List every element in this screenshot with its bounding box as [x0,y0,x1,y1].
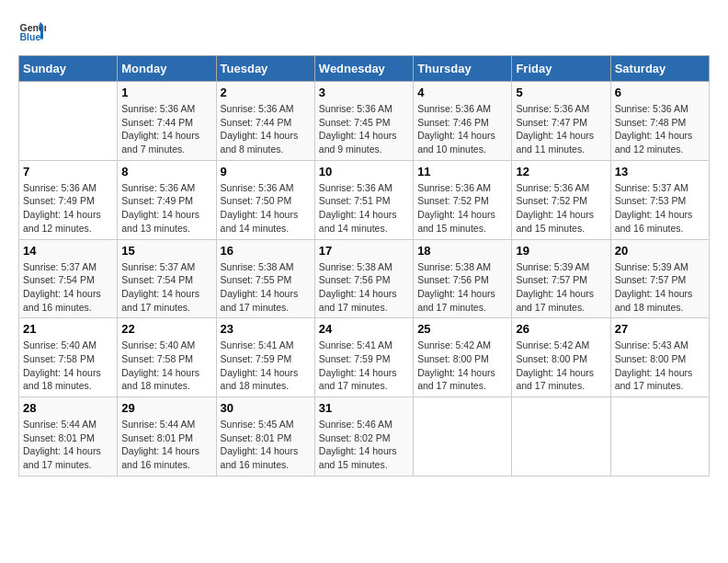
day-number: 31 [319,401,409,415]
day-number: 6 [615,86,705,99]
weekday-header-wednesday: Wednesday [314,56,413,82]
calendar-cell: 9Sunrise: 5:36 AMSunset: 7:50 PMDaylight… [216,160,314,239]
calendar-cell: 12Sunrise: 5:36 AMSunset: 7:52 PMDayligh… [512,160,610,239]
calendar-cell: 3Sunrise: 5:36 AMSunset: 7:45 PMDaylight… [314,82,413,161]
day-number: 4 [417,86,507,99]
day-number: 25 [417,322,507,336]
calendar-cell [414,397,512,477]
weekday-header-tuesday: Tuesday [216,56,314,82]
day-number: 23 [221,322,311,336]
calendar-cell [512,397,610,477]
day-number: 7 [23,165,113,178]
calendar-cell: 1Sunrise: 5:36 AMSunset: 7:44 PMDaylight… [118,82,216,161]
calendar-week-row: 28Sunrise: 5:44 AMSunset: 8:01 PMDayligh… [19,397,710,477]
day-info: Sunrise: 5:38 AMSunset: 7:56 PMDaylight:… [319,260,409,315]
weekday-header-friday: Friday [512,56,610,82]
calendar-cell: 20Sunrise: 5:39 AMSunset: 7:57 PMDayligh… [610,239,709,318]
calendar-cell: 10Sunrise: 5:36 AMSunset: 7:51 PMDayligh… [314,160,413,239]
calendar-cell: 11Sunrise: 5:36 AMSunset: 7:52 PMDayligh… [414,160,512,239]
day-info: Sunrise: 5:46 AMSunset: 8:02 PMDaylight:… [319,418,409,472]
day-info: Sunrise: 5:36 AMSunset: 7:52 PMDaylight:… [417,181,507,236]
logo-icon: General Blue [18,18,46,46]
day-number: 16 [221,244,311,258]
day-info: Sunrise: 5:41 AMSunset: 7:59 PMDaylight:… [221,339,311,393]
day-info: Sunrise: 5:36 AMSunset: 7:44 PMDaylight:… [121,102,211,156]
day-number: 14 [23,244,113,258]
calendar-cell: 28Sunrise: 5:44 AMSunset: 8:01 PMDayligh… [19,397,118,477]
day-info: Sunrise: 5:36 AMSunset: 7:45 PMDaylight:… [319,102,409,156]
day-number: 10 [319,165,409,178]
weekday-header-saturday: Saturday [610,56,709,82]
calendar-cell [19,82,118,161]
day-number: 19 [516,244,606,258]
day-number: 1 [121,86,211,99]
calendar-cell: 5Sunrise: 5:36 AMSunset: 7:47 PMDaylight… [512,82,610,161]
day-info: Sunrise: 5:37 AMSunset: 7:54 PMDaylight:… [23,260,113,315]
calendar-cell: 8Sunrise: 5:36 AMSunset: 7:49 PMDaylight… [118,160,216,239]
day-info: Sunrise: 5:40 AMSunset: 7:58 PMDaylight:… [121,339,211,393]
day-number: 5 [516,86,606,99]
day-number: 27 [615,322,705,336]
calendar-cell: 15Sunrise: 5:37 AMSunset: 7:54 PMDayligh… [118,239,216,318]
day-info: Sunrise: 5:36 AMSunset: 7:49 PMDaylight:… [121,181,211,236]
day-number: 11 [417,165,507,178]
calendar-cell: 19Sunrise: 5:39 AMSunset: 7:57 PMDayligh… [512,239,610,318]
day-info: Sunrise: 5:36 AMSunset: 7:48 PMDaylight:… [615,102,705,156]
calendar-cell: 30Sunrise: 5:45 AMSunset: 8:01 PMDayligh… [216,397,314,477]
calendar-cell: 22Sunrise: 5:40 AMSunset: 7:58 PMDayligh… [118,318,216,397]
weekday-header-thursday: Thursday [414,56,512,82]
day-info: Sunrise: 5:43 AMSunset: 8:00 PMDaylight:… [615,339,705,393]
calendar-week-row: 7Sunrise: 5:36 AMSunset: 7:49 PMDaylight… [19,160,710,239]
calendar-cell: 16Sunrise: 5:38 AMSunset: 7:55 PMDayligh… [216,239,314,318]
calendar-body: 1Sunrise: 5:36 AMSunset: 7:44 PMDaylight… [19,82,710,477]
day-info: Sunrise: 5:38 AMSunset: 7:56 PMDaylight:… [417,260,507,315]
day-number: 22 [121,322,211,336]
day-info: Sunrise: 5:39 AMSunset: 7:57 PMDaylight:… [615,260,705,315]
calendar-week-row: 21Sunrise: 5:40 AMSunset: 7:58 PMDayligh… [19,318,710,397]
calendar-cell: 14Sunrise: 5:37 AMSunset: 7:54 PMDayligh… [19,239,118,318]
day-info: Sunrise: 5:37 AMSunset: 7:53 PMDaylight:… [615,181,705,236]
calendar-cell: 6Sunrise: 5:36 AMSunset: 7:48 PMDaylight… [610,82,709,161]
day-info: Sunrise: 5:36 AMSunset: 7:44 PMDaylight:… [221,102,311,156]
day-number: 30 [221,401,311,415]
calendar-cell [610,397,709,477]
day-info: Sunrise: 5:38 AMSunset: 7:55 PMDaylight:… [221,260,311,315]
day-number: 9 [221,165,311,178]
day-info: Sunrise: 5:42 AMSunset: 8:00 PMDaylight:… [417,339,507,393]
calendar-header: SundayMondayTuesdayWednesdayThursdayFrid… [19,56,710,82]
calendar-cell: 26Sunrise: 5:42 AMSunset: 8:00 PMDayligh… [512,318,610,397]
day-number: 29 [121,401,211,415]
calendar-cell: 2Sunrise: 5:36 AMSunset: 7:44 PMDaylight… [216,82,314,161]
day-number: 12 [516,165,606,178]
day-info: Sunrise: 5:41 AMSunset: 7:59 PMDaylight:… [319,339,409,393]
svg-text:Blue: Blue [20,31,41,42]
calendar-cell: 29Sunrise: 5:44 AMSunset: 8:01 PMDayligh… [118,397,216,477]
day-info: Sunrise: 5:36 AMSunset: 7:49 PMDaylight:… [23,181,113,236]
day-info: Sunrise: 5:42 AMSunset: 8:00 PMDaylight:… [516,339,606,393]
day-info: Sunrise: 5:36 AMSunset: 7:52 PMDaylight:… [516,181,606,236]
day-info: Sunrise: 5:36 AMSunset: 7:46 PMDaylight:… [417,102,507,156]
calendar-cell: 17Sunrise: 5:38 AMSunset: 7:56 PMDayligh… [314,239,413,318]
day-number: 20 [615,244,705,258]
weekday-header-row: SundayMondayTuesdayWednesdayThursdayFrid… [19,56,710,82]
calendar-cell: 13Sunrise: 5:37 AMSunset: 7:53 PMDayligh… [610,160,709,239]
day-info: Sunrise: 5:44 AMSunset: 8:01 PMDaylight:… [121,418,211,472]
calendar-cell: 31Sunrise: 5:46 AMSunset: 8:02 PMDayligh… [314,397,413,477]
day-number: 2 [221,86,311,99]
day-info: Sunrise: 5:39 AMSunset: 7:57 PMDaylight:… [516,260,606,315]
calendar-table: SundayMondayTuesdayWednesdayThursdayFrid… [18,55,710,477]
day-info: Sunrise: 5:36 AMSunset: 7:50 PMDaylight:… [221,181,311,236]
calendar-cell: 27Sunrise: 5:43 AMSunset: 8:00 PMDayligh… [610,318,709,397]
day-number: 13 [615,165,705,178]
day-number: 15 [121,244,211,258]
calendar-cell: 23Sunrise: 5:41 AMSunset: 7:59 PMDayligh… [216,318,314,397]
calendar-week-row: 14Sunrise: 5:37 AMSunset: 7:54 PMDayligh… [19,239,710,318]
day-info: Sunrise: 5:40 AMSunset: 7:58 PMDaylight:… [23,339,113,393]
calendar-cell: 18Sunrise: 5:38 AMSunset: 7:56 PMDayligh… [414,239,512,318]
day-info: Sunrise: 5:36 AMSunset: 7:47 PMDaylight:… [516,102,606,156]
day-number: 28 [23,401,113,415]
calendar-cell: 4Sunrise: 5:36 AMSunset: 7:46 PMDaylight… [414,82,512,161]
calendar-cell: 7Sunrise: 5:36 AMSunset: 7:49 PMDaylight… [19,160,118,239]
day-number: 18 [417,244,507,258]
day-number: 26 [516,322,606,336]
